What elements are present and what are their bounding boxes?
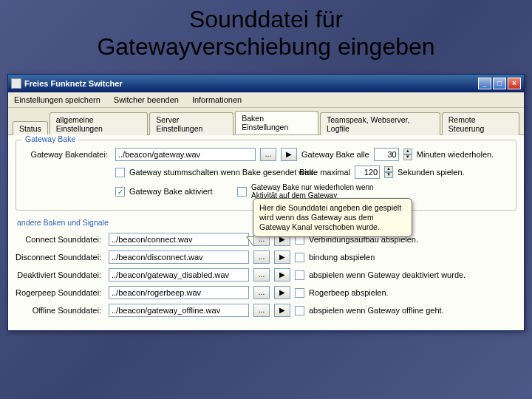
bake-every-label: Gateway Bake alle [301, 150, 369, 159]
repeat-only-label: Gateway Bake nur wiederholen wenn Aktivi… [251, 183, 374, 200]
roger-suffix: Rogerbeep abspielen. [309, 288, 389, 297]
offline-checkbox[interactable] [295, 306, 304, 316]
tooltip-callout: Hier die Sounddatei angeben die gespielt… [253, 198, 412, 237]
close-button[interactable]: × [508, 78, 521, 89]
menu-quit-switcher[interactable]: Switcher beenden [114, 95, 179, 104]
tab-general[interactable]: allgemeine Einstellungen [50, 112, 149, 135]
disconnect-browse-button[interactable]: ... [253, 250, 270, 264]
connect-label: Connect Sounddatei: [16, 235, 104, 244]
bake-active-label: Gateway Bake aktiviert [129, 187, 233, 196]
offline-label: Offline Sounddatei: [16, 306, 104, 315]
group-gateway-bake-title: Gateway Bake [22, 134, 78, 143]
tab-remote[interactable]: Remote Steuerung [442, 112, 519, 135]
app-icon [11, 78, 21, 89]
slide-title: Sounddatei für Gatewayverschiebung einge… [0, 0, 532, 71]
offline-input[interactable] [109, 304, 249, 317]
bake-browse-button[interactable]: ... [260, 148, 276, 161]
offline-play-button[interactable]: ▶ [274, 304, 290, 317]
disabled-play-button[interactable]: ▶ [274, 268, 290, 282]
disconnect-suffix: bindung abspielen [309, 253, 375, 262]
tooltip-text: Hier die Sounddatei angeben die gespielt… [259, 203, 401, 231]
connect-input[interactable] [109, 233, 249, 246]
bake-every-spinner[interactable]: ▲▼ [403, 149, 412, 160]
disabled-browse-button[interactable]: ... [253, 268, 270, 282]
bake-max-input[interactable] [355, 166, 380, 179]
disabled-checkbox[interactable] [295, 270, 304, 280]
roger-play-button[interactable]: ▶ [274, 286, 290, 299]
roger-checkbox[interactable] [295, 288, 304, 298]
tab-server[interactable]: Server Einstellungen [149, 112, 233, 135]
tab-teamspeak[interactable]: Teamspeak, Webserver, Logfile [320, 112, 440, 135]
mute-label: Gateway stummschalten wenn Bake gesendet… [129, 168, 295, 177]
offline-suffix: abspielen wenn Gateway offline geht. [309, 306, 444, 315]
bake-play-button[interactable]: ▶ [281, 148, 297, 161]
tabstrip: Status allgemeine Einstellungen Server E… [8, 108, 524, 135]
bake-max-label: Bake maximal [299, 168, 350, 177]
tab-status[interactable]: Status [13, 121, 48, 135]
titlebar[interactable]: Freies Funknetz Switcher _ □ × [8, 75, 524, 92]
disconnect-play-button[interactable]: ▶ [274, 250, 290, 264]
disabled-label: Deaktiviert Sounddatei: [16, 270, 104, 279]
slide-title-l2: Gatewayverschiebung eingeben [97, 33, 434, 60]
roger-browse-button[interactable]: ... [253, 286, 270, 299]
bake-every-unit: Minuten wiederholen. [417, 150, 494, 159]
repeat-only-checkbox[interactable] [237, 187, 247, 197]
tab-beacon[interactable]: Baken Einstellungen [235, 111, 318, 134]
minimize-button[interactable]: _ [478, 78, 491, 89]
maximize-button[interactable]: □ [493, 78, 506, 89]
bake-max-spinner[interactable]: ▲▼ [384, 166, 393, 178]
bake-file-input[interactable] [115, 148, 256, 161]
bake-max-unit: Sekunden spielen. [398, 168, 465, 177]
menu-information[interactable]: Informationen [192, 95, 242, 104]
disabled-suffix: abspielen wenn Gateway deaktiviert wurde… [309, 270, 466, 279]
bake-every-input[interactable] [374, 148, 399, 161]
bake-active-checkbox[interactable]: ✓ [115, 187, 125, 197]
disconnect-label: Disconnect Sounddatei: [16, 253, 104, 262]
window-title: Freies Funknetz Switcher [24, 79, 477, 88]
offline-browse-button[interactable]: ... [253, 304, 270, 317]
disconnect-input[interactable] [109, 250, 249, 264]
bake-file-label: Gateway Bakendatei: [22, 150, 111, 159]
disconnect-checkbox[interactable] [295, 253, 304, 262]
disabled-input[interactable] [109, 268, 249, 282]
slide-title-l1: Sounddatei für [189, 6, 343, 33]
menu-save-settings[interactable]: Einstellungen speichern [14, 95, 100, 104]
roger-input[interactable] [109, 286, 249, 299]
menubar: Einstellungen speichern Switcher beenden… [8, 92, 524, 108]
roger-label: Rogerpeep Sounddatei: [16, 288, 104, 297]
tooltip-tail-icon [246, 236, 253, 247]
mute-checkbox[interactable] [115, 168, 125, 177]
